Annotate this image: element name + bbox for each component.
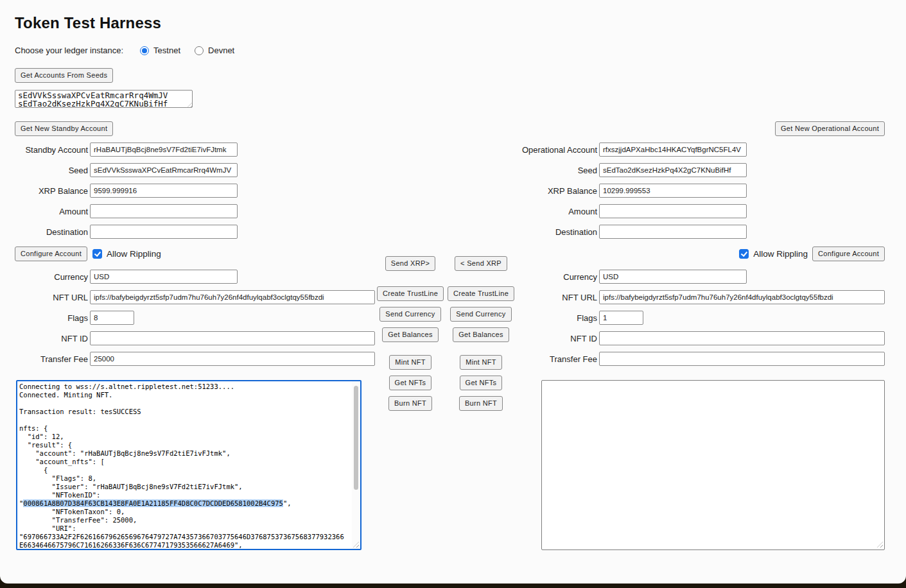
log-scrollbar-thumb[interactable] <box>354 386 358 490</box>
operational-destination-label: Destination <box>514 227 599 237</box>
operational-account-input[interactable] <box>599 143 747 157</box>
operational-nft-url-input[interactable] <box>599 290 885 304</box>
operational-send-currency-button[interactable]: Send Currency <box>450 307 511 322</box>
standby-allow-rippling-label[interactable]: Allow Rippling <box>107 249 161 259</box>
standby-transfer-fee-input[interactable] <box>90 352 375 366</box>
standby-get-balances-button[interactable]: Get Balances <box>382 327 439 342</box>
get-accounts-from-seeds-button[interactable]: Get Accounts From Seeds <box>15 68 113 83</box>
standby-get-nfts-button[interactable]: Get NFTs <box>389 376 432 390</box>
operational-account-section: Operational Account Seed XRP Balance Amo… <box>514 143 885 372</box>
operational-currency-input[interactable] <box>599 270 747 284</box>
operational-allow-rippling-checkbox[interactable] <box>739 249 749 259</box>
operational-send-xrp-button[interactable]: < Send XRP <box>455 256 507 271</box>
operational-xrp-balance-label: XRP Balance <box>514 186 599 196</box>
operational-flags-input[interactable] <box>599 311 643 325</box>
standby-currency-input[interactable] <box>90 270 238 284</box>
operational-destination-input[interactable] <box>599 225 747 239</box>
operational-create-trustline-button[interactable]: Create TrustLine <box>448 286 514 301</box>
standby-send-currency-button[interactable]: Send Currency <box>379 307 440 322</box>
standby-amount-label: Amount <box>15 207 90 216</box>
devnet-radio-option[interactable]: Devnet <box>195 46 234 55</box>
operational-results-textarea[interactable] <box>541 380 885 550</box>
standby-account-section: Standby Account Seed XRP Balance Amount … <box>15 143 375 372</box>
nftoken-id-selection: 000861A8B07D384F63CB143E8FA0E1A21185FF4D… <box>23 499 283 507</box>
standby-allow-rippling-checkbox[interactable] <box>92 249 102 259</box>
operational-nft-id-input[interactable] <box>599 331 885 345</box>
operational-configure-account-button[interactable]: Configure Account <box>812 246 885 261</box>
standby-destination-input[interactable] <box>90 225 238 239</box>
get-new-operational-account-button[interactable]: Get New Operational Account <box>775 121 885 136</box>
standby-amount-input[interactable] <box>90 204 238 218</box>
operational-seed-label: Seed <box>514 166 599 175</box>
standby-actions-column: Send XRP> Create TrustLine Send Currency… <box>375 256 446 417</box>
operational-burn-nft-button[interactable]: Burn NFT <box>459 396 503 411</box>
operational-get-balances-button[interactable]: Get Balances <box>453 327 509 342</box>
standby-send-xrp-button[interactable]: Send XRP> <box>385 256 436 271</box>
page-title: Token Test Harness <box>15 14 161 32</box>
standby-burn-nft-button[interactable]: Burn NFT <box>388 396 432 411</box>
operational-mint-nft-button[interactable]: Mint NFT <box>460 355 502 370</box>
standby-configure-account-button[interactable]: Configure Account <box>15 246 87 261</box>
standby-destination-label: Destination <box>15 227 90 237</box>
testnet-radio-option[interactable]: Testnet <box>140 46 180 55</box>
testnet-radio-label[interactable]: Testnet <box>153 46 180 55</box>
get-new-standby-account-button[interactable]: Get New Standby Account <box>15 121 113 136</box>
standby-seed-label: Seed <box>15 166 90 175</box>
operational-xrp-balance-input[interactable] <box>599 184 747 198</box>
standby-flags-input[interactable] <box>90 311 134 325</box>
operational-actions-column: < Send XRP Create TrustLine Send Currenc… <box>446 256 516 417</box>
operational-transfer-fee-label: Transfer Fee <box>514 354 599 364</box>
devnet-radio[interactable] <box>195 46 204 55</box>
operational-amount-input[interactable] <box>599 204 747 218</box>
standby-transfer-fee-label: Transfer Fee <box>15 354 90 364</box>
standby-create-trustline-button[interactable]: Create TrustLine <box>377 286 444 301</box>
log-scrollbar <box>352 381 360 549</box>
ledger-instance-prompt: Choose your ledger instance: <box>15 46 123 55</box>
testnet-radio[interactable] <box>140 46 149 55</box>
operational-nft-id-label: NFT ID <box>514 334 599 343</box>
standby-currency-label: Currency <box>15 272 90 282</box>
operational-nft-url-label: NFT URL <box>514 293 599 302</box>
token-test-harness-page: Token Test Harness Choose your ledger in… <box>0 0 906 584</box>
standby-mint-nft-button[interactable]: Mint NFT <box>389 355 431 370</box>
standby-nft-url-input[interactable] <box>90 290 375 304</box>
standby-nft-url-label: NFT URL <box>15 293 90 302</box>
operational-account-label: Operational Account <box>514 145 599 155</box>
ledger-instance-row: Choose your ledger instance: Testnet Dev… <box>15 45 248 56</box>
operational-get-nfts-button[interactable]: Get NFTs <box>460 376 503 390</box>
standby-xrp-balance-input[interactable] <box>90 184 238 198</box>
standby-account-input[interactable] <box>90 143 238 157</box>
log-text-before-selection: Connecting to wss://s.altnet.rippletest.… <box>19 383 243 507</box>
standby-nft-id-input[interactable] <box>90 331 375 345</box>
standby-seed-input[interactable] <box>90 163 238 177</box>
devnet-radio-label[interactable]: Devnet <box>208 46 234 55</box>
operational-flags-label: Flags <box>514 313 599 323</box>
standby-nft-id-label: NFT ID <box>15 334 90 343</box>
standby-results-log-text: Connecting to wss://s.altnet.rippletest.… <box>19 383 351 548</box>
standby-flags-label: Flags <box>15 313 90 323</box>
standby-xrp-balance-label: XRP Balance <box>15 186 90 196</box>
operational-amount-label: Amount <box>514 207 599 216</box>
operational-transfer-fee-input[interactable] <box>599 352 885 366</box>
standby-account-label: Standby Account <box>15 145 90 155</box>
operational-currency-label: Currency <box>514 272 599 282</box>
operational-allow-rippling-label[interactable]: Allow Rippling <box>753 249 808 259</box>
standby-results-log[interactable]: Connecting to wss://s.altnet.rippletest.… <box>16 380 362 550</box>
operational-seed-input[interactable] <box>599 163 747 177</box>
seeds-textarea[interactable]: sEdVVkSsswaXPCvEatRmcarRrq4WmJV sEdTao2d… <box>15 90 193 108</box>
